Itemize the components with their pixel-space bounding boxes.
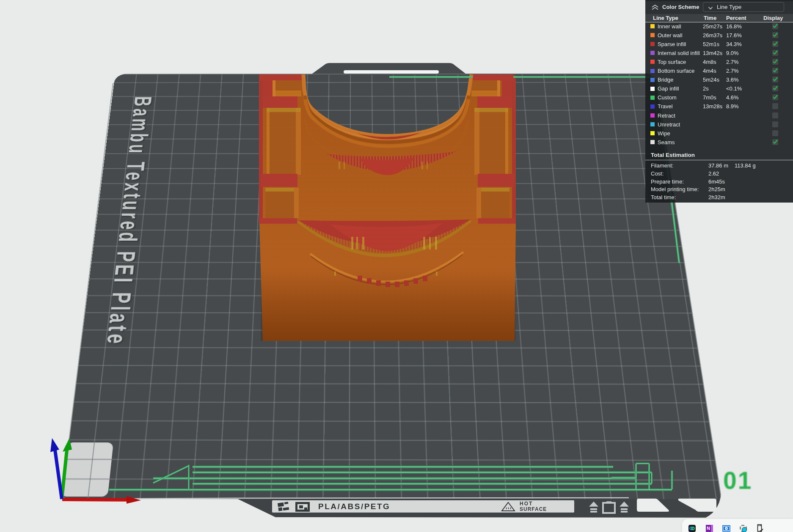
svg-text:SURFACE: SURFACE xyxy=(520,506,547,512)
svg-text:HOT: HOT xyxy=(520,501,533,507)
svg-text:PLA/ABS/PETG: PLA/ABS/PETG xyxy=(318,502,390,511)
